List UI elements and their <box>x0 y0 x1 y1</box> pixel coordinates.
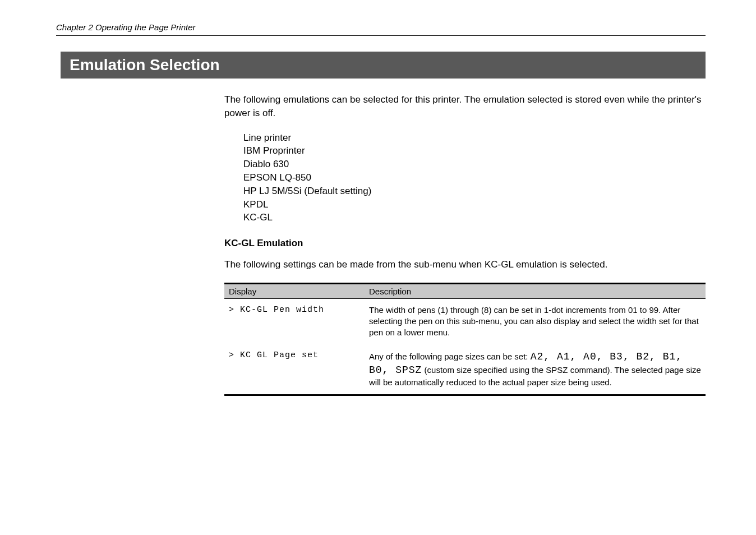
content-area: The following emulations can be selected… <box>224 93 706 396</box>
table-row: > KC-GL Pen width The width of pens (1) … <box>224 298 706 344</box>
table-row: > KC GL Page set Any of the following pa… <box>224 344 706 394</box>
list-item: Diablo 630 <box>243 158 706 171</box>
table-header-description: Description <box>365 284 706 299</box>
settings-table: Display Description > KC-GL Pen width Th… <box>224 283 706 396</box>
page-header: Chapter 2 Operating the Page Printer <box>56 22 706 36</box>
description-cell: The width of pens (1) through (8) can be… <box>365 298 706 344</box>
table-header-display: Display <box>224 284 365 299</box>
display-cell: > KC GL Page set <box>224 344 365 394</box>
section-title: Emulation Selection <box>70 56 220 73</box>
sub-intro-paragraph: The following settings can be made from … <box>224 258 706 271</box>
emulation-list: Line printer IBM Proprinter Diablo 630 E… <box>243 131 706 225</box>
intro-paragraph: The following emulations can be selected… <box>224 93 706 120</box>
list-item: IBM Proprinter <box>243 144 706 158</box>
list-item: KC-GL <box>243 211 706 224</box>
list-item: KPDL <box>243 198 706 211</box>
section-title-bar: Emulation Selection <box>56 52 706 79</box>
description-cell: Any of the following page sizes can be s… <box>365 344 706 394</box>
chapter-line: Chapter 2 Operating the Page Printer <box>56 22 195 32</box>
desc-prefix: Any of the following page sizes can be s… <box>369 352 531 361</box>
table-header-row: Display Description <box>224 284 706 299</box>
list-item: Line printer <box>243 131 706 145</box>
sub-heading: KC-GL Emulation <box>224 238 706 249</box>
list-item: EPSON LQ-850 <box>243 171 706 185</box>
list-item: HP LJ 5M/5Si (Default setting) <box>243 185 706 198</box>
display-cell: > KC-GL Pen width <box>224 298 365 344</box>
